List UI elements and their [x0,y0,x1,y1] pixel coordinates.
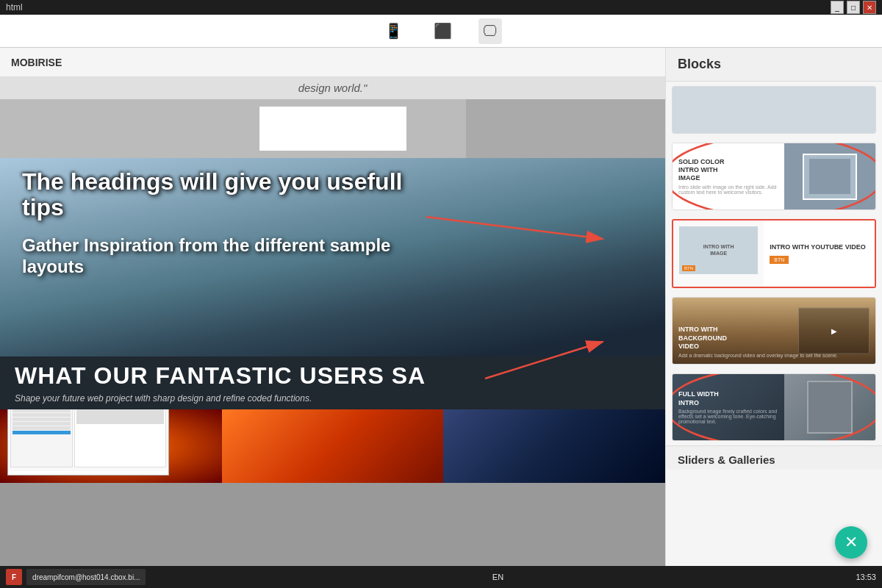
sidebar-header: Blocks [666,48,882,82]
block-fullwidth-title: FULL WIDTHINTRO [678,390,778,407]
tablet-icon[interactable]: ⬛ [429,18,456,44]
users-subtext: Shape your future web project with sharp… [15,393,650,404]
maximize-button[interactable]: □ [847,1,860,14]
center-box [0,99,665,158]
block-intro-bgvideo[interactable]: INTRO WITHBACKGROUNDVIDEO Add a dramatic… [672,297,876,365]
canvas-area: MOBIRISE design world." The headings wil… [0,48,665,577]
mobile-icon[interactable]: 📱 [380,18,407,44]
sidebar-section-sliders: Sliders & Galleries [666,445,882,470]
gallery-strip: F dreampifcom@host014.cbox.bi... toolbar… [0,409,665,483]
close-button[interactable]: ✕ [863,1,876,14]
quote-section: design world." [0,77,665,99]
minimize-button[interactable]: _ [831,1,844,14]
window-filename: html [6,2,23,12]
hero-heading: The headings will give you usefull tips [22,169,448,220]
users-heading: WHAT OUR FANTASTIC USERS SA [15,362,650,390]
title-bar: html _ □ ✕ [0,0,882,15]
toolbar: 📱 ⬛ 🖵 [0,15,882,48]
block-fullwidth-subtext: Background image finely crafted colors a… [678,409,778,424]
block-solid-color-intro[interactable]: SOLID COLORINTRO WITHIMAGE Intro slide w… [672,143,876,210]
gallery-item-2 [222,409,444,483]
hero-section: The headings will give you usefull tips … [0,158,665,356]
block-solid-title: SOLID COLORINTRO WITHIMAGE [678,158,778,182]
desktop-icon[interactable]: 🖵 [478,18,502,44]
users-section: WHAT OUR FANTASTIC USERS SA Shape your f… [0,356,665,409]
quote-text: design world." [298,82,368,94]
gallery-item-3 [443,409,665,483]
block-yt-title: INTRO WITH YOUTUBE VIDEO [770,243,869,251]
chat-window[interactable]: F dreampifcom@host014.cbox.bi... toolbar… [7,409,169,476]
block-solid-text: Intro slide with image on the right side… [678,184,778,195]
website-logo: MOBIRISE [11,57,62,68]
taskbar: F dreampifcom@host014.cbox.bi... EN 13:5… [0,566,882,588]
block-yt-btn: BTN [770,256,789,264]
block-intro-youtube[interactable]: INTRO WITHIMAGE BTN INTRO WITH YOUTUBE V… [672,219,876,288]
fab-button[interactable]: ✕ [835,526,867,559]
gallery-item-1: F dreampifcom@host014.cbox.bi... toolbar… [0,409,222,483]
website-nav: MOBIRISE [0,48,665,77]
window-controls[interactable]: _ □ ✕ [831,1,876,14]
taskbar-lang: EN [492,573,503,581]
taskbar-time: 13:53 [856,573,876,581]
block-full-width-intro[interactable]: FULL WIDTHINTRO Background image finely … [672,373,876,441]
block-item-top[interactable] [672,86,876,134]
sidebar: Blocks SOLID COLORINTRO WITHIMAGE Intro … [665,48,882,577]
hero-subheading: Gather Inspiration from the different sa… [22,235,404,278]
fab-icon: ✕ [845,533,858,552]
taskbar-app[interactable]: dreampifcom@host014.cbox.bi... [26,569,146,585]
taskbar-start[interactable]: F [6,569,22,585]
